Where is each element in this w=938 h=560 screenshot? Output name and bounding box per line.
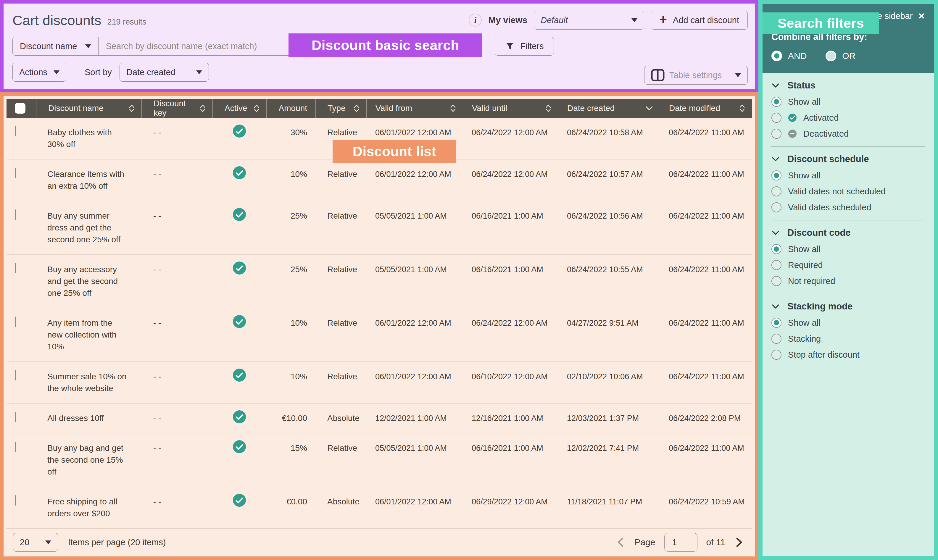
deactivated-icon [788,129,797,138]
row-checkbox[interactable] [6,433,36,487]
table-row[interactable]: All dresses 10ff- -€10.00Absolute12/02/2… [6,403,752,433]
table-row[interactable]: Buy any summer dress and get the second … [6,201,752,255]
actions-label: Actions [19,68,47,77]
checkbox-icon [15,168,16,178]
filter-option-stacking[interactable]: Stacking [772,334,925,344]
filter-option-label: Required [788,260,823,270]
radio-icon [772,186,781,197]
views-select[interactable]: Default [534,11,644,29]
section-title-label: Discount schedule [787,154,869,165]
row-checkbox[interactable] [6,403,36,433]
column-header-date-created[interactable]: Date created [558,99,660,118]
actions-menu-button[interactable]: Actions [12,63,66,82]
sort-icon [128,103,135,113]
search-field-select[interactable]: Discount name [13,37,99,55]
select-all-checkbox[interactable] [6,99,36,118]
checkbox-icon [15,103,25,114]
table-row[interactable]: Clearance items with an extra 10% off- -… [6,160,752,201]
add-cart-discount-button[interactable]: + Add cart discount [651,11,748,29]
table-row[interactable]: Free shipping to all orders over $200- -… [6,487,752,529]
sort-icon [450,103,456,113]
sort-icon [353,103,360,113]
sort-icon [545,103,551,113]
active-check-icon [233,166,246,180]
table-row[interactable]: Buy any bag and get the second one 15% o… [6,433,752,487]
row-checkbox[interactable] [6,118,36,159]
filter-option-valid-dates-not-scheduled[interactable]: Valid dates not scheduled [772,186,925,197]
combine-option-or[interactable]: OR [826,51,855,61]
cell-discount-key: - - [142,308,213,362]
previous-page-button[interactable] [616,536,625,548]
filter-option-valid-dates-scheduled[interactable]: Valid dates scheduled [772,202,925,212]
sort-select-value: Date created [126,68,176,77]
cell-date-created: 06/24/2022 10:58 AM [558,118,660,159]
column-header-amount[interactable]: Amount [266,99,316,118]
column-header-discount-key[interactable]: Discount key [142,99,213,118]
radio-icon [772,97,781,107]
columns-icon [651,69,665,82]
filter-option-show-all[interactable]: Show all [772,97,925,107]
filters-button[interactable]: Filters [495,37,554,55]
cell-valid-from: 12/02/2021 1:00 AM [366,403,463,433]
cell-date-modified: 06/24/2022 10:59 AM [660,487,752,528]
filter-option-show-all[interactable]: Show all [772,318,925,328]
column-header-active[interactable]: Active [213,99,266,118]
filter-option-not-required[interactable]: Not required [772,276,925,286]
column-header-discount-name[interactable]: Discount name [36,99,142,118]
row-checkbox[interactable] [6,308,36,362]
plus-icon: + [659,13,667,26]
cell-type: Relative [316,308,366,362]
filter-option-required[interactable]: Required [772,260,925,270]
row-checkbox[interactable] [6,160,36,201]
table-row[interactable]: Summer sale 10% on the whole website- -1… [6,362,752,403]
row-checkbox[interactable] [6,487,36,528]
radio-icon [772,113,781,123]
checkbox-icon [15,495,16,506]
filter-option-stop-after-discount[interactable]: Stop after discount [772,350,925,360]
table-row[interactable]: Any item from the new collection with 10… [6,308,752,362]
cell-discount-key: - - [142,487,213,528]
filter-option-label: Show all [788,245,821,254]
column-header-type[interactable]: Type [316,99,366,118]
cell-valid-until: 06/29/2022 12:00 AM [463,487,558,528]
cell-date-created: 04/27/2022 9:51 AM [558,308,660,362]
column-header-valid-from[interactable]: Valid from [366,99,463,118]
filter-section-title[interactable]: Discount code [772,228,925,238]
combine-option-and[interactable]: AND [772,51,807,61]
filter-section-title[interactable]: Discount schedule [772,154,925,165]
filter-option-show-all[interactable]: Show all [772,171,925,180]
cell-amount: 25% [266,255,316,308]
filter-option-label: Show all [788,171,821,180]
filter-option-show-all[interactable]: Show all [772,244,925,254]
cell-discount-key: - - [142,255,213,308]
sort-select[interactable]: Date created [120,63,209,82]
column-header-date-modified[interactable]: Date modified [660,99,752,118]
cell-type: Relative [316,362,366,403]
cell-valid-until: 06/16/2021 1:00 AM [463,255,558,308]
filter-option-activated[interactable]: Activated [772,113,925,123]
cell-date-modified: 06/24/2022 11:00 AM [660,160,752,201]
filter-option-label: Stop after discount [788,350,859,360]
table-settings-select[interactable]: Table settings [644,66,748,85]
cell-valid-until: 06/24/2022 12:00 AM [463,160,558,201]
next-page-button[interactable] [734,536,744,548]
filter-option-deactivated[interactable]: Deactivated [772,129,925,139]
info-icon[interactable]: i [469,14,482,27]
filter-option-label: Deactivated [803,129,849,139]
search-filters-sidebar: Hide sidebar ✕ Combine all filters by: A… [758,0,938,560]
cell-valid-until: 06/10/2022 12:00 AM [463,362,558,403]
table-row[interactable]: Buy any accessory and get the second one… [6,255,752,308]
items-per-page-label: Items per page (20 items) [68,537,166,547]
column-header-valid-until[interactable]: Valid until [463,99,558,118]
page-input[interactable] [664,533,698,552]
column-label: Date created [567,103,615,113]
checkbox-icon [15,370,16,380]
cell-discount-key: - - [142,433,213,487]
filter-section-title[interactable]: Stacking mode [772,301,925,312]
row-checkbox[interactable] [6,255,36,308]
annotation-discount-list: Discount list [333,140,456,163]
page-size-select[interactable]: 20 [13,533,58,552]
row-checkbox[interactable] [6,201,36,254]
filter-section-title[interactable]: Status [772,80,925,91]
row-checkbox[interactable] [6,362,36,403]
